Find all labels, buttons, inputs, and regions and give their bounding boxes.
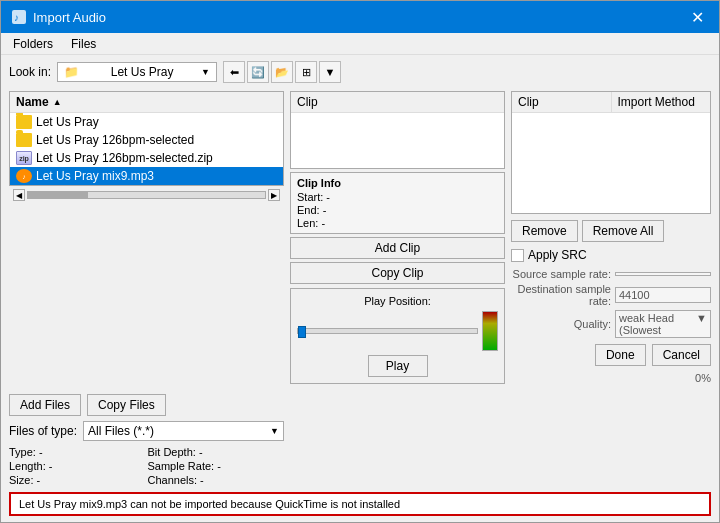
quality-arrow: ▼ <box>696 312 707 336</box>
remove-button[interactable]: Remove <box>511 220 578 242</box>
menu-files[interactable]: Files <box>67 36 100 52</box>
files-of-type-combo[interactable]: All Files (*.*) ▼ <box>83 421 284 441</box>
folder-icon <box>16 133 32 147</box>
files-of-type-label: Files of type: <box>9 424 77 438</box>
error-message: Let Us Pray mix9.mp3 can not be imported… <box>19 498 400 510</box>
file-action-row: Add Files Copy Files <box>9 394 284 416</box>
quality-row: Quality: weak Head (Slowest ▼ <box>511 310 711 338</box>
apply-src-label: Apply SRC <box>528 248 587 262</box>
type-info: Type: - <box>9 446 146 458</box>
import-method-col-header: Import Method <box>612 92 711 112</box>
add-clip-button[interactable]: Add Clip <box>290 237 505 259</box>
copy-files-button[interactable]: Copy Files <box>87 394 166 416</box>
back-button[interactable]: ⬅ <box>223 61 245 83</box>
source-rate-row: Source sample rate: <box>511 268 711 280</box>
refresh-icon: 🔄 <box>251 66 265 79</box>
bit-depth-info: Bit Depth: - <box>148 446 285 458</box>
quality-label: Quality: <box>511 318 611 330</box>
title-bar: ♪ Import Audio ✕ <box>1 1 719 33</box>
files-combo-arrow: ▼ <box>270 426 279 436</box>
apply-src-checkbox[interactable] <box>511 249 524 262</box>
channels-info: Channels: - <box>148 474 285 486</box>
up-icon: 📂 <box>275 66 289 79</box>
import-actions: Remove Remove All <box>511 220 711 242</box>
list-item-selected[interactable]: ♪ Let Us Pray mix9.mp3 <box>10 167 283 185</box>
add-files-button[interactable]: Add Files <box>9 394 81 416</box>
files-of-type-row: Files of type: All Files (*.*) ▼ <box>9 421 284 441</box>
mp3-icon: ♪ <box>16 169 32 183</box>
info-col-right: Bit Depth: - Sample Rate: - Channels: - <box>148 446 285 486</box>
cancel-button[interactable]: Cancel <box>652 344 711 366</box>
h-scrollbar[interactable] <box>27 191 266 199</box>
progress-value: 0% <box>695 372 711 384</box>
file-name: Let Us Pray mix9.mp3 <box>36 169 154 183</box>
sort-arrow: ▲ <box>53 97 62 107</box>
dest-rate-row: Destination sample rate: 44100 <box>511 283 711 307</box>
main-area: Name ▲ Let Us Pray Let Us Pray 126bpm-se… <box>9 91 711 384</box>
view-button[interactable]: ⊞ <box>295 61 317 83</box>
progress-bar: 0% <box>511 372 711 384</box>
menu-bar: Folders Files <box>1 33 719 55</box>
import-clip-header: Clip Import Method <box>512 92 710 113</box>
quality-combo[interactable]: weak Head (Slowest ▼ <box>615 310 711 338</box>
clip-start: Start: - <box>297 191 498 203</box>
clip-end: End: - <box>297 204 498 216</box>
done-button[interactable]: Done <box>595 344 646 366</box>
list-item[interactable]: Let Us Pray <box>10 113 283 131</box>
menu-folders[interactable]: Folders <box>9 36 57 52</box>
file-list: Let Us Pray Let Us Pray 126bpm-selected … <box>10 113 283 185</box>
list-item[interactable]: zip Let Us Pray 126bpm-selected.zip <box>10 149 283 167</box>
file-list-header: Name ▲ <box>10 92 283 113</box>
clip-info-rows: Start: - End: - Len: - <box>297 191 498 229</box>
file-name: Let Us Pray <box>36 115 99 129</box>
play-slider-row <box>297 311 498 351</box>
scroll-area: ◀ ▶ <box>9 189 284 201</box>
source-rate-label: Source sample rate: <box>511 268 611 280</box>
files-of-type-value: All Files (*.*) <box>88 424 154 438</box>
close-button[interactable]: ✕ <box>685 5 709 29</box>
list-item[interactable]: Let Us Pray 126bpm-selected <box>10 131 283 149</box>
toolbar-icons: ⬅ 🔄 📂 ⊞ ▼ <box>223 61 341 83</box>
length-info: Length: - <box>9 460 146 472</box>
svg-text:♪: ♪ <box>14 12 19 23</box>
import-bottom-btns: Done Cancel <box>511 344 711 366</box>
sample-rate-info: Sample Rate: - <box>148 460 285 472</box>
clip-action-btns: Add Clip Copy Clip <box>290 237 505 284</box>
size-info: Size: - <box>9 474 146 486</box>
look-in-label: Look in: <box>9 65 51 79</box>
play-section: Play Position: Play <box>290 288 505 384</box>
apply-src-row: Apply SRC <box>511 248 711 262</box>
look-in-combo[interactable]: 📁 Let Us Pray ▼ <box>57 62 217 82</box>
file-list-panel: Name ▲ Let Us Pray Let Us Pray 126bpm-se… <box>9 91 284 186</box>
import-audio-dialog: ♪ Import Audio ✕ Folders Files Look in: … <box>0 0 720 523</box>
folder-icon-small: 📁 <box>64 65 79 79</box>
dest-rate-input[interactable]: 44100 <box>615 287 711 303</box>
play-position-label: Play Position: <box>297 295 498 307</box>
name-column-header: Name <box>16 95 49 109</box>
dropdown-view-button[interactable]: ▼ <box>319 61 341 83</box>
scroll-right-button[interactable]: ▶ <box>268 189 280 201</box>
refresh-button[interactable]: 🔄 <box>247 61 269 83</box>
back-icon: ⬅ <box>230 66 239 79</box>
remove-all-button[interactable]: Remove All <box>582 220 665 242</box>
view-icon: ⊞ <box>302 66 311 79</box>
clip-col-header: Clip <box>512 92 612 112</box>
import-clip-list: Clip Import Method <box>511 91 711 214</box>
play-thumb <box>298 326 306 338</box>
zip-icon: zip <box>16 151 32 165</box>
folder-icon <box>16 115 32 129</box>
file-name: Let Us Pray 126bpm-selected <box>36 133 194 147</box>
error-bar: Let Us Pray mix9.mp3 can not be imported… <box>9 492 711 516</box>
copy-clip-button[interactable]: Copy Clip <box>290 262 505 284</box>
play-position-slider[interactable] <box>297 328 478 334</box>
file-info-row: Type: - Length: - Size: - <box>9 446 284 486</box>
scroll-left-button[interactable]: ◀ <box>13 189 25 201</box>
src-fields: Source sample rate: Destination sample r… <box>511 268 711 338</box>
play-button[interactable]: Play <box>368 355 428 377</box>
clip-header: Clip <box>291 92 504 113</box>
title-bar-left: ♪ Import Audio <box>11 9 106 25</box>
source-rate-input[interactable] <box>615 272 711 276</box>
vu-meter <box>482 311 498 351</box>
up-button[interactable]: 📂 <box>271 61 293 83</box>
clip-body <box>291 113 504 168</box>
